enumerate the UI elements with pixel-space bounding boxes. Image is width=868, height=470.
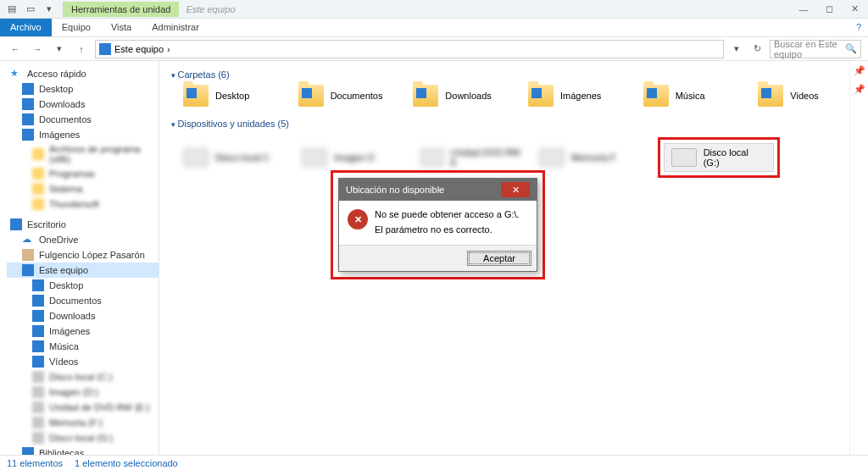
sidebar-sub-videos[interactable]: Vídeos	[7, 354, 159, 369]
folder-downloads[interactable]: Downloads	[413, 85, 511, 107]
menu-equipo[interactable]: Equipo	[52, 19, 101, 36]
menu-file[interactable]: Archivo	[0, 19, 52, 36]
sidebar-este-equipo[interactable]: Este equipo	[7, 263, 159, 278]
pc-icon	[22, 264, 34, 276]
address-box[interactable]: Este equipo ›	[95, 40, 724, 58]
group-devices-header[interactable]: Dispositivos y unidades (5)	[171, 119, 856, 129]
menu-administrar[interactable]: Administrar	[142, 19, 209, 36]
qat-dropdown-icon[interactable]: ▾	[41, 2, 58, 17]
menubar: Archivo Equipo Vista Administrar ?	[0, 19, 868, 37]
sidebar-sub-downloads[interactable]: Downloads	[7, 308, 159, 323]
pc-icon	[99, 43, 111, 55]
folder-videos[interactable]: Videos	[758, 85, 856, 107]
device-blurred[interactable]: Disco local C	[183, 137, 285, 178]
dialog-buttons: Aceptar	[339, 245, 537, 271]
drive-icon	[539, 148, 565, 167]
status-count: 11 elementos	[7, 458, 63, 468]
sidebar-downloads[interactable]: Downloads	[7, 97, 159, 112]
library-icon	[22, 447, 34, 455]
sidebar-drive[interactable]: Disco local (C:)	[7, 369, 159, 384]
menu-vista[interactable]: Vista	[101, 19, 142, 36]
back-button[interactable]: ←	[7, 41, 24, 58]
drive-icon	[302, 148, 327, 167]
qat-props-icon[interactable]: ▭	[22, 2, 39, 17]
search-placeholder: Buscar en Este equipo	[774, 39, 845, 59]
refresh-button[interactable]: ↻	[749, 43, 765, 54]
folder-icon	[528, 85, 554, 107]
sidebar-blurred-item[interactable]: Archivos de programa (x86)	[7, 142, 159, 166]
drive-icon	[32, 386, 44, 398]
dialog-line2: El parámetro no es correcto.	[375, 224, 520, 235]
sidebar-blurred-item[interactable]: Programas	[7, 166, 159, 181]
dialog-close-button[interactable]: ✕	[501, 182, 530, 197]
breadcrumb-sep: ›	[167, 44, 170, 54]
help-icon[interactable]: ?	[849, 19, 868, 36]
drive-icon	[32, 371, 44, 383]
desktop-icon	[32, 279, 44, 291]
sidebar-sub-imagenes[interactable]: Imágenes	[7, 323, 159, 339]
drive-g-item[interactable]: Disco local (G:)	[664, 143, 774, 172]
folder-icon	[32, 168, 44, 180]
sidebar-drive[interactable]: Unidad de DVD RW (E:)	[7, 400, 159, 415]
folder-musica[interactable]: Música	[643, 85, 742, 107]
download-icon	[22, 98, 34, 110]
folder-documentos[interactable]: Documentos	[298, 85, 397, 107]
drive-icon	[671, 148, 697, 167]
dialog-ok-button[interactable]: Aceptar	[467, 251, 531, 266]
address-bar: ← → ▾ ↑ Este equipo › ▾ ↻ Buscar en Este…	[0, 37, 868, 61]
monitor-icon	[10, 218, 22, 230]
sidebar-escritorio[interactable]: Escritorio	[7, 217, 159, 232]
status-selected: 1 elemento seleccionado	[75, 458, 178, 468]
sidebar-sub-documentos[interactable]: Documentos	[7, 293, 159, 308]
titlebar: ▤ ▭ ▾ Herramientas de unidad Este equipo…	[0, 0, 868, 19]
sidebar-sub-desktop[interactable]: Desktop	[7, 278, 159, 293]
sidebar-user[interactable]: Fulgencio López Pasarón	[7, 247, 159, 263]
dialog-body: ✕ No se puede obtener acceso a G:\. El p…	[339, 201, 537, 245]
user-icon	[22, 249, 34, 261]
sidebar-blurred-item[interactable]: Thundersoft	[7, 196, 159, 212]
address-text: Este equipo	[114, 44, 164, 54]
star-icon: ★	[10, 68, 22, 80]
sidebar-bibliotecas[interactable]: Bibliotecas	[7, 445, 159, 455]
folder-icon	[32, 198, 44, 210]
sidebar-desktop[interactable]: Desktop	[7, 81, 159, 97]
address-history-dropdown[interactable]: ▾	[729, 43, 744, 54]
sidebar-quick-access[interactable]: ★Acceso rápido	[7, 66, 159, 81]
search-input[interactable]: Buscar en Este equipo 🔍	[770, 40, 861, 58]
group-folders-header[interactable]: Carpetas (6)	[171, 69, 856, 80]
folder-icon	[758, 85, 783, 107]
sidebar-imagenes[interactable]: Imágenes	[7, 127, 159, 142]
folder-desktop[interactable]: Desktop	[183, 85, 281, 107]
maximize-button[interactable]: ◻	[817, 2, 841, 17]
sidebar-onedrive[interactable]: ☁OneDrive	[7, 232, 159, 247]
drive-icon	[32, 401, 44, 413]
dialog-titlebar[interactable]: Ubicación no disponible ✕	[339, 179, 537, 201]
minimize-button[interactable]: —	[792, 2, 815, 17]
pin-icon[interactable]: 📌	[850, 61, 868, 80]
dialog-line1: No se puede obtener acceso a G:\.	[375, 209, 520, 219]
folder-icon	[643, 85, 669, 107]
up-button[interactable]: ↑	[73, 41, 90, 58]
recent-dropdown[interactable]: ▾	[51, 41, 68, 58]
pin-icon[interactable]: 📌	[850, 80, 868, 98]
sidebar-blurred-item[interactable]: Sistema	[7, 181, 159, 196]
sidebar-drive[interactable]: Disco local (G:)	[7, 430, 159, 445]
window-title: Este equipo	[186, 4, 235, 14]
sidebar-sub-musica[interactable]: Música	[7, 339, 159, 354]
download-icon	[32, 310, 44, 322]
qat-explorer-icon[interactable]: ▤	[3, 2, 20, 17]
sidebar: ★Acceso rápido Desktop Downloads Documen…	[0, 61, 159, 455]
status-bar: 11 elementos 1 elemento seleccionado	[0, 455, 868, 470]
close-button[interactable]: ✕	[843, 2, 866, 17]
sidebar-drive[interactable]: Memoria (F:)	[7, 415, 159, 430]
sidebar-drive[interactable]: Imagen (D:)	[7, 384, 159, 400]
forward-button[interactable]: →	[29, 41, 46, 58]
device-blurred[interactable]: Memoria F	[539, 137, 641, 178]
folder-imagenes[interactable]: Imágenes	[528, 85, 626, 107]
cloud-icon: ☁	[22, 234, 34, 246]
drive-icon	[183, 148, 209, 167]
ribbon-context-tab[interactable]: Herramientas de unidad	[63, 2, 179, 17]
error-dialog: Ubicación no disponible ✕ ✕ No se puede …	[338, 178, 537, 272]
sidebar-documentos[interactable]: Documentos	[7, 112, 159, 127]
folder-icon	[298, 85, 324, 107]
